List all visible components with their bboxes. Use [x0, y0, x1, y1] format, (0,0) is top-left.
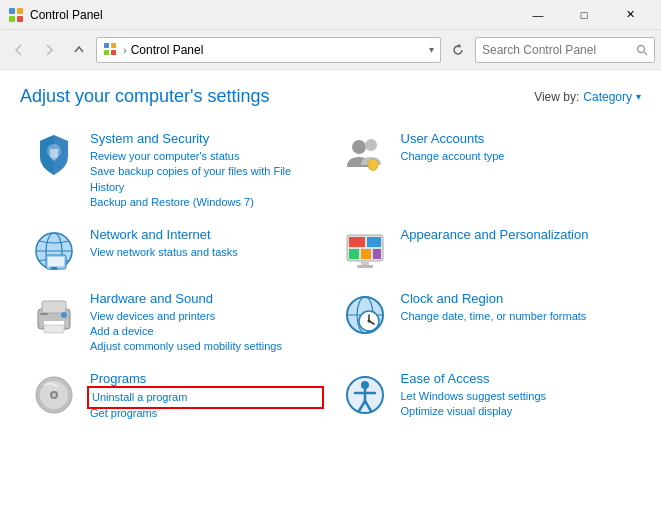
programs-link-2[interactable]: Get programs [90, 406, 321, 421]
category-programs: Programs Uninstall a program Get program… [20, 363, 331, 430]
up-button[interactable] [66, 37, 92, 63]
svg-rect-25 [373, 249, 381, 259]
title-bar: Control Panel — □ ✕ [0, 0, 661, 30]
category-system-security: System and Security Review your computer… [20, 123, 331, 219]
svg-rect-7 [111, 50, 116, 55]
programs-title[interactable]: Programs [90, 371, 321, 386]
address-breadcrumb-arrow: › [123, 44, 127, 56]
window-controls: — □ ✕ [515, 0, 653, 30]
svg-rect-3 [17, 16, 23, 22]
appearance-content: Appearance and Personalization [401, 227, 632, 245]
app-icon [8, 7, 24, 23]
category-ease-of-access: Ease of Access Let Windows suggest setti… [331, 363, 642, 430]
hardware-sound-link-2[interactable]: Add a device [90, 324, 321, 339]
svg-rect-18 [48, 257, 64, 266]
system-security-link-1[interactable]: Review your computer's status [90, 149, 321, 164]
view-by-arrow[interactable]: ▾ [636, 91, 641, 102]
categories-grid: System and Security Review your computer… [20, 123, 641, 430]
appearance-icon [341, 227, 389, 275]
ease-of-access-link-2[interactable]: Optimize visual display [401, 404, 632, 419]
main-content: Adjust your computer's settings View by:… [0, 70, 661, 531]
close-button[interactable]: ✕ [607, 0, 653, 30]
address-bar[interactable]: › Control Panel ▾ [96, 37, 441, 63]
svg-rect-19 [51, 267, 57, 269]
svg-point-12 [365, 139, 377, 151]
content-header: Adjust your computer's settings View by:… [20, 86, 641, 107]
view-by-label: View by: [534, 90, 579, 104]
hardware-sound-content: Hardware and Sound View devices and prin… [90, 291, 321, 355]
network-internet-link-1[interactable]: View network status and tasks [90, 245, 321, 260]
svg-point-8 [638, 45, 645, 52]
appearance-title[interactable]: Appearance and Personalization [401, 227, 632, 242]
svg-rect-27 [357, 265, 373, 268]
hardware-sound-link-1[interactable]: View devices and printers [90, 309, 321, 324]
svg-rect-2 [9, 16, 15, 22]
programs-link-1[interactable]: Uninstall a program [90, 389, 321, 406]
network-internet-icon [30, 227, 78, 275]
user-accounts-title[interactable]: User Accounts [401, 131, 632, 146]
minimize-button[interactable]: — [515, 0, 561, 30]
user-accounts-icon [341, 131, 389, 179]
svg-line-9 [644, 52, 647, 55]
ease-of-access-title[interactable]: Ease of Access [401, 371, 632, 386]
clock-region-content: Clock and Region Change date, time, or n… [401, 291, 632, 324]
svg-rect-21 [349, 237, 365, 247]
svg-rect-5 [111, 43, 116, 48]
svg-point-32 [61, 312, 67, 318]
nav-bar: › Control Panel ▾ [0, 30, 661, 70]
search-input[interactable] [482, 43, 632, 57]
svg-rect-29 [42, 301, 66, 313]
user-accounts-link-1[interactable]: Change account type [401, 149, 632, 164]
maximize-button[interactable]: □ [561, 0, 607, 30]
svg-point-45 [52, 393, 56, 397]
ease-of-access-content: Ease of Access Let Windows suggest setti… [401, 371, 632, 420]
svg-point-41 [367, 319, 370, 322]
title-bar-left: Control Panel [8, 7, 103, 23]
address-dropdown-arrow[interactable]: ▾ [429, 44, 434, 55]
address-bar-icon [103, 42, 119, 58]
svg-rect-24 [361, 249, 371, 259]
svg-point-11 [352, 140, 366, 154]
address-text: Control Panel [131, 43, 425, 57]
svg-rect-1 [17, 8, 23, 14]
clock-region-title[interactable]: Clock and Region [401, 291, 632, 306]
ease-of-access-icon [341, 371, 389, 419]
category-hardware-sound: Hardware and Sound View devices and prin… [20, 283, 331, 363]
window-title: Control Panel [30, 8, 103, 22]
back-button[interactable] [6, 37, 32, 63]
user-accounts-content: User Accounts Change account type [401, 131, 632, 164]
network-internet-content: Network and Internet View network status… [90, 227, 321, 260]
refresh-button[interactable] [445, 37, 471, 63]
clock-region-icon [341, 291, 389, 339]
page-title: Adjust your computer's settings [20, 86, 270, 107]
forward-button[interactable] [36, 37, 62, 63]
search-icon[interactable] [636, 44, 648, 56]
system-security-content: System and Security Review your computer… [90, 131, 321, 211]
view-by-control: View by: Category ▾ [534, 90, 641, 104]
view-by-value[interactable]: Category [583, 90, 632, 104]
category-clock-region: Clock and Region Change date, time, or n… [331, 283, 642, 363]
ease-of-access-link-1[interactable]: Let Windows suggest settings [401, 389, 632, 404]
clock-region-link-1[interactable]: Change date, time, or number formats [401, 309, 632, 324]
system-security-icon [30, 131, 78, 179]
svg-rect-23 [349, 249, 359, 259]
svg-rect-31 [44, 325, 64, 333]
search-box[interactable] [475, 37, 655, 63]
hardware-sound-title[interactable]: Hardware and Sound [90, 291, 321, 306]
system-security-title[interactable]: System and Security [90, 131, 321, 146]
programs-icon [30, 371, 78, 419]
network-internet-title[interactable]: Network and Internet [90, 227, 321, 242]
svg-rect-6 [104, 50, 109, 55]
category-appearance: Appearance and Personalization [331, 219, 642, 283]
svg-rect-22 [367, 237, 381, 247]
svg-rect-33 [40, 313, 48, 315]
svg-rect-0 [9, 8, 15, 14]
svg-rect-30 [44, 321, 64, 325]
category-user-accounts: User Accounts Change account type [331, 123, 642, 219]
hardware-sound-icon [30, 291, 78, 339]
hardware-sound-link-3[interactable]: Adjust commonly used mobility settings [90, 339, 321, 354]
system-security-link-3[interactable]: Backup and Restore (Windows 7) [90, 195, 321, 210]
programs-content: Programs Uninstall a program Get program… [90, 371, 321, 422]
system-security-link-2[interactable]: Save backup copies of your files with Fi… [90, 164, 321, 195]
svg-rect-4 [104, 43, 109, 48]
